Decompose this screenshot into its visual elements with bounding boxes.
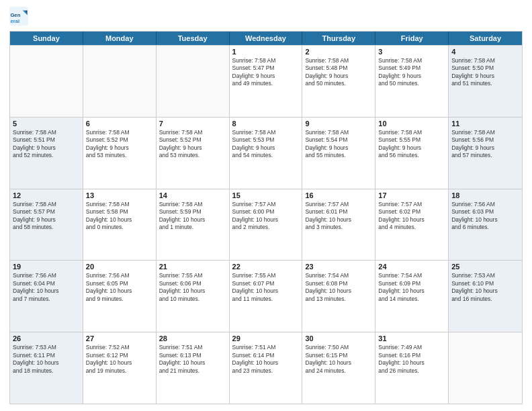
calendar: SundayMondayTuesdayWednesdayThursdayFrid… [9,31,523,404]
day-info: Sunrise: 7:58 AMSunset: 5:51 PMDaylight:… [13,129,80,160]
calendar-day-24: 24Sunrise: 7:54 AMSunset: 6:09 PMDayligh… [375,261,449,332]
day-info: Sunrise: 7:58 AMSunset: 5:52 PMDaylight:… [86,129,153,160]
day-info: Sunrise: 7:58 AMSunset: 5:48 PMDaylight:… [305,57,372,88]
calendar-day-2: 2Sunrise: 7:58 AMSunset: 5:48 PMDaylight… [302,46,375,117]
calendar-empty-cell [10,46,83,117]
day-info: Sunrise: 7:51 AMSunset: 6:14 PMDaylight:… [232,344,300,375]
day-info: Sunrise: 7:58 AMSunset: 5:55 PMDaylight:… [378,129,445,160]
day-info: Sunrise: 7:57 AMSunset: 6:00 PMDaylight:… [232,201,300,232]
day-info: Sunrise: 7:51 AMSunset: 6:13 PMDaylight:… [159,344,226,375]
logo-icon: Gen eral [9,7,28,26]
calendar-day-31: 31Sunrise: 7:49 AMSunset: 6:16 PMDayligh… [375,332,449,404]
day-number: 6 [86,120,153,128]
day-info: Sunrise: 7:50 AMSunset: 6:15 PMDaylight:… [305,344,372,375]
day-info: Sunrise: 7:55 AMSunset: 6:07 PMDaylight:… [232,272,300,303]
day-number: 28 [159,334,226,342]
day-number: 25 [451,263,519,271]
day-number: 13 [86,191,153,199]
day-number: 23 [305,263,372,271]
calendar-day-23: 23Sunrise: 7:54 AMSunset: 6:08 PMDayligh… [302,261,375,332]
day-number: 11 [451,120,519,128]
day-info: Sunrise: 7:58 AMSunset: 5:47 PMDaylight:… [232,57,300,88]
calendar-day-3: 3Sunrise: 7:58 AMSunset: 5:49 PMDaylight… [375,46,449,117]
calendar-empty-cell [449,332,522,404]
calendar-week-2: 5Sunrise: 7:58 AMSunset: 5:51 PMDaylight… [10,117,522,189]
day-number: 24 [378,263,445,271]
calendar-day-4: 4Sunrise: 7:58 AMSunset: 5:50 PMDaylight… [449,46,522,117]
day-info: Sunrise: 7:58 AMSunset: 5:54 PMDaylight:… [305,129,372,160]
calendar-body: 1Sunrise: 7:58 AMSunset: 5:47 PMDaylight… [10,45,522,404]
day-info: Sunrise: 7:58 AMSunset: 5:58 PMDaylight:… [86,201,153,232]
day-number: 16 [305,191,372,199]
day-info: Sunrise: 7:56 AMSunset: 6:04 PMDaylight:… [13,272,80,303]
calendar-day-17: 17Sunrise: 7:57 AMSunset: 6:02 PMDayligh… [375,189,449,261]
day-info: Sunrise: 7:58 AMSunset: 5:57 PMDaylight:… [13,201,80,232]
calendar-day-26: 26Sunrise: 7:53 AMSunset: 6:11 PMDayligh… [10,332,83,404]
day-number: 14 [159,191,226,199]
day-number: 17 [378,191,445,199]
calendar-day-13: 13Sunrise: 7:58 AMSunset: 5:58 PMDayligh… [83,189,157,261]
calendar-day-8: 8Sunrise: 7:58 AMSunset: 5:53 PMDaylight… [230,118,303,189]
day-info: Sunrise: 7:54 AMSunset: 6:08 PMDaylight:… [305,272,372,303]
header-day-thursday: Thursday [302,32,375,45]
calendar-day-12: 12Sunrise: 7:58 AMSunset: 5:57 PMDayligh… [10,189,83,261]
header-day-friday: Friday [375,32,449,45]
day-info: Sunrise: 7:52 AMSunset: 6:12 PMDaylight:… [86,344,153,375]
calendar-empty-cell [83,46,157,117]
day-info: Sunrise: 7:53 AMSunset: 6:11 PMDaylight:… [13,344,80,375]
page: Gen eral SundayMondayTuesdayWednesdayThu… [0,0,532,411]
day-number: 30 [305,334,372,342]
calendar-day-9: 9Sunrise: 7:58 AMSunset: 5:54 PMDaylight… [302,118,375,189]
calendar-week-3: 12Sunrise: 7:58 AMSunset: 5:57 PMDayligh… [10,189,522,261]
day-info: Sunrise: 7:58 AMSunset: 5:56 PMDaylight:… [451,129,519,160]
day-info: Sunrise: 7:57 AMSunset: 6:01 PMDaylight:… [305,201,372,232]
day-number: 18 [451,191,519,199]
header-day-tuesday: Tuesday [157,32,230,45]
day-number: 22 [232,263,300,271]
header-day-saturday: Saturday [449,32,522,45]
calendar-day-22: 22Sunrise: 7:55 AMSunset: 6:07 PMDayligh… [230,261,303,332]
day-info: Sunrise: 7:58 AMSunset: 5:49 PMDaylight:… [378,57,445,88]
day-number: 15 [232,191,300,199]
day-number: 7 [159,120,226,128]
calendar-day-29: 29Sunrise: 7:51 AMSunset: 6:14 PMDayligh… [230,332,303,404]
header-day-sunday: Sunday [10,32,83,45]
day-info: Sunrise: 7:55 AMSunset: 6:06 PMDaylight:… [159,272,226,303]
day-info: Sunrise: 7:58 AMSunset: 5:59 PMDaylight:… [159,201,226,232]
day-info: Sunrise: 7:58 AMSunset: 5:52 PMDaylight:… [159,129,226,160]
calendar-day-30: 30Sunrise: 7:50 AMSunset: 6:15 PMDayligh… [302,332,375,404]
day-number: 8 [232,120,300,128]
header-day-monday: Monday [83,32,157,45]
calendar-week-1: 1Sunrise: 7:58 AMSunset: 5:47 PMDaylight… [10,45,522,117]
calendar-day-1: 1Sunrise: 7:58 AMSunset: 5:47 PMDaylight… [230,46,303,117]
day-number: 12 [13,191,80,199]
day-info: Sunrise: 7:58 AMSunset: 5:53 PMDaylight:… [232,129,300,160]
day-number: 2 [305,48,372,56]
calendar-day-5: 5Sunrise: 7:58 AMSunset: 5:51 PMDaylight… [10,118,83,189]
calendar-day-25: 25Sunrise: 7:53 AMSunset: 6:10 PMDayligh… [449,261,522,332]
calendar-day-11: 11Sunrise: 7:58 AMSunset: 5:56 PMDayligh… [449,118,522,189]
calendar-day-19: 19Sunrise: 7:56 AMSunset: 6:04 PMDayligh… [10,261,83,332]
day-number: 20 [86,263,153,271]
day-number: 26 [13,334,80,342]
day-number: 1 [232,48,300,56]
day-info: Sunrise: 7:56 AMSunset: 6:05 PMDaylight:… [86,272,153,303]
day-number: 29 [232,334,300,342]
day-number: 27 [86,334,153,342]
calendar-header: SundayMondayTuesdayWednesdayThursdayFrid… [10,32,522,45]
calendar-day-15: 15Sunrise: 7:57 AMSunset: 6:00 PMDayligh… [230,189,303,261]
svg-text:Gen: Gen [10,12,20,18]
calendar-day-10: 10Sunrise: 7:58 AMSunset: 5:55 PMDayligh… [375,118,449,189]
day-number: 9 [305,120,372,128]
day-number: 10 [378,120,445,128]
day-info: Sunrise: 7:53 AMSunset: 6:10 PMDaylight:… [451,272,519,303]
day-info: Sunrise: 7:49 AMSunset: 6:16 PMDaylight:… [378,344,445,375]
calendar-week-5: 26Sunrise: 7:53 AMSunset: 6:11 PMDayligh… [10,332,522,404]
day-number: 4 [451,48,519,56]
day-info: Sunrise: 7:57 AMSunset: 6:02 PMDaylight:… [378,201,445,232]
day-info: Sunrise: 7:54 AMSunset: 6:09 PMDaylight:… [378,272,445,303]
header-day-wednesday: Wednesday [230,32,303,45]
calendar-empty-cell [157,46,230,117]
calendar-day-14: 14Sunrise: 7:58 AMSunset: 5:59 PMDayligh… [157,189,230,261]
day-info: Sunrise: 7:56 AMSunset: 6:03 PMDaylight:… [451,201,519,232]
